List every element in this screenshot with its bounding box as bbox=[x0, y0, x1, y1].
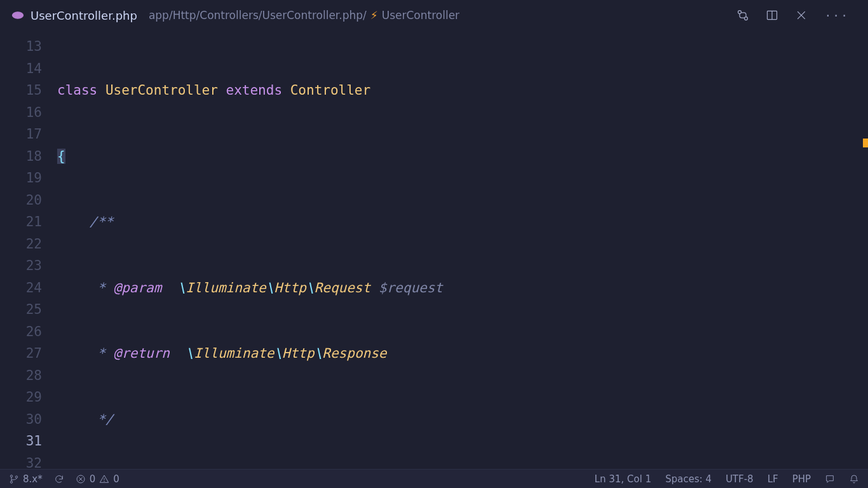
line-number: 22 bbox=[0, 233, 42, 255]
line-number: 20 bbox=[0, 189, 42, 212]
line-number: 21 bbox=[0, 211, 42, 233]
more-actions-icon[interactable]: ··· bbox=[824, 9, 849, 22]
svg-point-9 bbox=[15, 476, 17, 478]
close-icon[interactable] bbox=[795, 9, 808, 22]
indentation-status[interactable]: Spaces: 4 bbox=[665, 473, 712, 485]
encoding-status[interactable]: UTF-8 bbox=[726, 473, 754, 485]
language-mode-status[interactable]: PHP bbox=[792, 473, 811, 485]
notifications-icon[interactable] bbox=[849, 474, 859, 484]
line-number: 27 bbox=[0, 342, 42, 365]
sync-status[interactable] bbox=[54, 474, 64, 484]
git-branch-icon bbox=[9, 474, 19, 484]
svg-point-7 bbox=[10, 475, 12, 477]
line-number: 14 bbox=[0, 58, 42, 80]
editor-tab[interactable]: UserController.php bbox=[5, 0, 144, 30]
line-number: 19 bbox=[0, 167, 42, 189]
problems-status[interactable]: 0 0 bbox=[76, 473, 119, 485]
tab-bar: UserController.php app/Http/Controllers/… bbox=[0, 0, 868, 30]
line-number: 28 bbox=[0, 365, 42, 387]
line-number: 23 bbox=[0, 255, 42, 277]
line-number: 17 bbox=[0, 123, 42, 146]
line-number: 26 bbox=[0, 321, 42, 343]
cursor-position-status[interactable]: Ln 31, Col 1 bbox=[595, 473, 651, 485]
git-branch-status[interactable]: 8.x* bbox=[9, 473, 43, 485]
svg-point-8 bbox=[10, 481, 12, 483]
code-content[interactable]: class UserController extends Controller … bbox=[57, 30, 868, 469]
line-number: 25 bbox=[0, 299, 42, 321]
eol-status[interactable]: LF bbox=[768, 473, 778, 485]
line-number: 32 bbox=[0, 452, 42, 470]
line-number: 30 bbox=[0, 409, 42, 431]
svg-point-0 bbox=[12, 11, 24, 19]
breadcrumb-symbol: UserController bbox=[382, 9, 459, 22]
php-file-icon bbox=[11, 9, 24, 22]
error-icon bbox=[76, 474, 86, 484]
breadcrumb[interactable]: app/Http/Controllers/UserController.php/… bbox=[144, 9, 459, 22]
feedback-icon[interactable] bbox=[825, 474, 835, 484]
tab-filename: UserController.php bbox=[31, 9, 137, 22]
svg-point-2 bbox=[745, 17, 748, 20]
code-editor[interactable]: 1314151617181920212223242526272829303132… bbox=[0, 30, 868, 469]
class-symbol-icon: ⚡ bbox=[370, 9, 378, 22]
line-number: 13 bbox=[0, 36, 42, 58]
line-number: 18 bbox=[0, 146, 42, 168]
sync-icon bbox=[54, 474, 64, 484]
svg-point-1 bbox=[738, 11, 742, 14]
line-number: 15 bbox=[0, 79, 42, 102]
svg-point-14 bbox=[104, 481, 105, 482]
line-number-gutter: 1314151617181920212223242526272829303132 bbox=[0, 30, 57, 469]
breadcrumb-path: app/Http/Controllers/UserController.php/ bbox=[149, 9, 367, 22]
line-number: 16 bbox=[0, 102, 42, 124]
status-bar: 8.x* 0 0 Ln 31, Col 1 Spaces: 4 UTF-8 LF… bbox=[0, 469, 868, 488]
editor-actions: ··· bbox=[736, 9, 863, 22]
compare-changes-icon[interactable] bbox=[736, 9, 749, 22]
warning-icon bbox=[99, 474, 109, 484]
line-number: 29 bbox=[0, 386, 42, 409]
split-editor-icon[interactable] bbox=[766, 9, 778, 22]
line-number: 24 bbox=[0, 277, 42, 299]
line-number: 31 bbox=[0, 430, 42, 452]
